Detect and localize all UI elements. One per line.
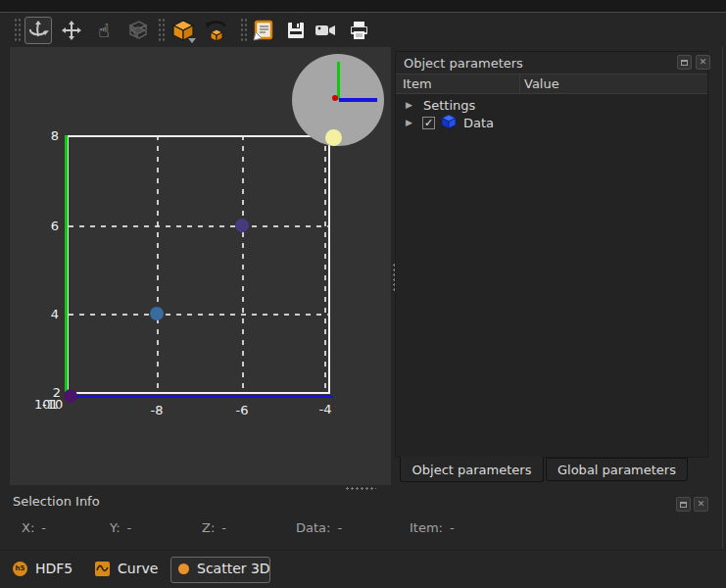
hdf5-icon: h5 [13,562,27,576]
float-icon [681,60,688,66]
visibility-checkbox[interactable]: ✓ [422,117,435,129]
selection-x: X:- [22,520,46,535]
plane-button[interactable] [123,17,151,44]
gridline [69,314,330,316]
dropdown-arrow-icon [188,38,196,43]
scatter-point-2[interactable] [235,219,249,232]
axis-tick-label: -10 [42,397,63,412]
printer-icon [348,20,369,41]
plot-bounding-box [67,135,330,394]
tab-label: Scatter 3D [197,561,270,576]
close-dock-button[interactable]: ✕ [694,497,708,512]
selection-info-title: Selection Info [13,494,100,509]
close-icon: ✕ [698,500,705,509]
pick-button[interactable]: ☝ [90,17,118,44]
expander-icon[interactable]: ▶ [406,119,413,126]
scatter-point-1[interactable] [150,307,164,320]
scatter-point-0[interactable] [64,389,77,403]
selection-item: Item:- [410,520,455,535]
tab-scatter3d[interactable]: Scatter 3D [178,561,270,576]
dock-title: Object parameters [404,56,523,71]
tab-object-parameters[interactable]: Object parameters [400,457,544,482]
copy-snapshot-icon [252,20,274,42]
selection-y: Y:- [110,520,131,535]
toolbar-drag-handle[interactable] [14,18,22,43]
main-toolbar: ☝ [0,14,726,47]
axis-tick-label: -4 [319,402,332,416]
dock-area-edge [722,47,723,549]
gridline [324,135,326,394]
tree-row-label: Data [463,116,494,130]
column-value[interactable]: Value [524,76,559,91]
view-tab-bar: h5 HDF5 Curve Scatter 3D [0,550,726,588]
tree-row-settings[interactable]: ▶ Settings [396,96,707,114]
y-axis-line [65,135,68,396]
print-button[interactable] [345,17,372,44]
tab-label: Global parameters [557,463,676,477]
tab-label: Curve [118,561,158,576]
gizmo-y-axis-dot [332,95,338,101]
column-item[interactable]: Item [403,76,432,91]
application-window: ☝ [0,0,726,588]
plot-canvas[interactable]: 8642-8-6-4101-10 [10,47,391,485]
toolbar-drag-handle[interactable] [158,18,166,43]
copy-snapshot-button[interactable] [249,17,276,44]
gridline [242,135,244,394]
tab-global-parameters[interactable]: Global parameters [546,458,688,481]
selection-z: Z:- [202,520,226,535]
tab-curve[interactable]: Curve [95,561,158,576]
video-camera-icon [314,19,337,42]
horizontal-splitter-handle[interactable] [345,486,376,491]
toolbar-drag-handle[interactable] [240,18,248,43]
window-top-strip [0,0,726,13]
object-parameters-panel: Object parameters ✕ Item Value ▶ Setting… [395,51,708,458]
gizmo-z-axis [337,62,340,100]
expander-icon[interactable]: ▶ [406,101,413,109]
tab-hdf5[interactable]: h5 HDF5 [13,561,73,576]
scatter-point-3[interactable] [325,129,342,146]
dock-title-bar: Object parameters [396,52,707,74]
gridline [157,135,159,394]
tree-header: Item Value [396,74,707,94]
rotate-viewpoint-cube-icon [204,19,227,42]
axis-tick-label: -6 [236,403,249,417]
tab-label: Object parameters [412,463,532,477]
pointing-hand-icon: ☝ [98,22,110,40]
tree-row-label: Settings [423,98,475,113]
gizmo-x-axis [339,98,377,102]
pan-button[interactable] [58,17,85,44]
rotate-3d-icon [27,20,49,41]
save-button[interactable] [282,17,310,44]
scatter-dot-icon [178,564,189,574]
tab-label: HDF5 [35,561,73,576]
pan-icon [61,20,82,41]
column-divider[interactable] [519,74,520,93]
axis-tick-label: -8 [151,403,164,417]
blue-cube-icon [441,114,457,132]
curve-icon [95,562,110,576]
plane-3d-icon [126,20,148,41]
axis-tick-label: 4 [51,307,59,321]
axis-tick-label: 6 [51,219,59,233]
close-icon: ✕ [700,58,707,67]
selection-data: Data:- [296,520,342,535]
float-dock-button[interactable] [677,55,692,70]
rotate-3d-button[interactable] [24,17,52,44]
save-icon [286,21,306,40]
float-dock-button[interactable] [676,497,691,512]
axis-tick-label: 8 [51,128,59,143]
gridline [69,225,330,227]
tree-row-data[interactable]: ▶ ✓ Data [396,114,707,131]
close-dock-button[interactable]: ✕ [696,55,710,70]
viewpoint-button[interactable] [169,17,197,44]
x-axis-line [67,395,333,398]
float-icon [680,502,687,508]
rotate-viewpoint-button[interactable] [202,17,229,44]
record-video-button[interactable] [312,17,339,44]
